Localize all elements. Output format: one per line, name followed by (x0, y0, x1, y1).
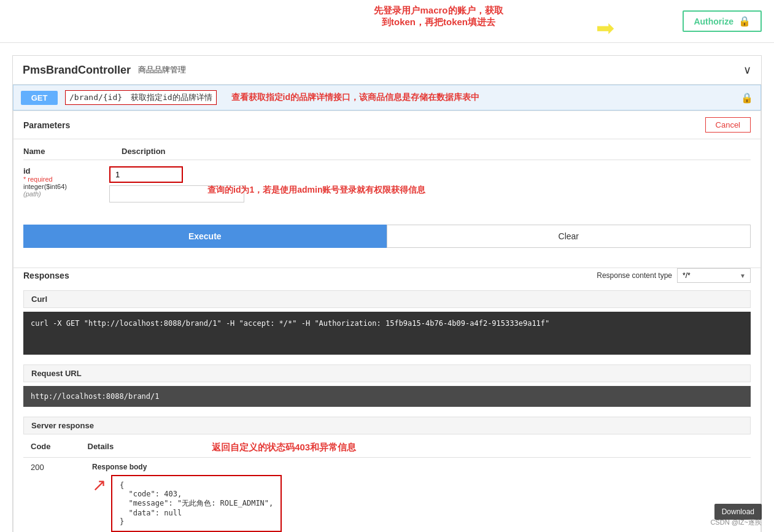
content-type-label: Response content type (597, 271, 672, 280)
parameters-section: Parameters Cancel Name Description id * … (13, 110, 761, 532)
param-id-row: id * required integer($int64) (path) 查询的… (23, 166, 751, 202)
main-content: PmsBrandController 商品品牌管理 ∨ GET /brand/{… (0, 43, 774, 532)
response-code: 200 (31, 463, 55, 472)
top-bar: 先登录用户macro的账户，获取 到token，再把token填进去 ➡ Aut… (0, 0, 774, 43)
parameters-header: Parameters Cancel (14, 111, 760, 139)
server-response-label: Server response (23, 417, 751, 434)
content-type-select[interactable]: */* (677, 268, 751, 283)
chevron-down-icon[interactable]: ∨ (743, 63, 751, 77)
response-body-label: Response body (92, 463, 282, 471)
cancel-button[interactable]: Cancel (705, 117, 751, 133)
param-id-info: id * required integer($int64) (path) (23, 166, 97, 198)
response-table-header: Code Details 返回自定义的状态码403和异常信息 (23, 438, 751, 458)
method-badge: GET (21, 91, 58, 105)
clear-button[interactable]: Clear (387, 225, 751, 248)
response-row: 200 Response body ↗ { "code": 403, "mess… (23, 458, 751, 532)
responses-title: Responses (23, 271, 69, 280)
col-name-header: Name (23, 147, 97, 156)
curl-value: curl -X GET "http://localhost:8088/brand… (23, 312, 751, 355)
action-buttons: Execute Clear (14, 225, 760, 258)
endpoint-description: 查看获取指定id的品牌详情接口，该商品信息是存储在数据库表中 (231, 92, 479, 103)
server-response-section: Server response Code Details 返回自定义的状态码40… (23, 417, 751, 532)
controller-title: PmsBrandController (23, 64, 131, 77)
param-query-annotation: 查询的id为1，若是使用admin账号登录就有权限获得信息 (207, 185, 425, 196)
curl-label: Curl (23, 290, 751, 308)
request-url-value: http://localhost:8088/brand/1 (23, 386, 751, 407)
controller-header: PmsBrandController 商品品牌管理 ∨ (13, 56, 761, 85)
response-annotation: 返回自定义的状态码403和异常信息 (212, 442, 356, 453)
responses-header: Responses Response content type */* (23, 268, 751, 283)
param-id-required: * required (23, 175, 97, 183)
col-desc-header: Description (122, 147, 166, 156)
param-id-input[interactable] (109, 166, 183, 183)
content-type-wrapper: Response content type */* (597, 268, 751, 283)
execute-button[interactable]: Execute (23, 225, 387, 248)
request-url-label: Request URL (23, 364, 751, 382)
param-id-location: (path) (23, 190, 97, 198)
controller-section: PmsBrandController 商品品牌管理 ∨ GET /brand/{… (12, 55, 762, 532)
param-id-name: id (23, 166, 97, 175)
responses-section: Responses Response content type */* Curl… (14, 268, 760, 532)
response-body-code: { "code": 403, "message": "无此角色: ROLE_AD… (111, 475, 282, 532)
authorize-label: Authorize (694, 17, 733, 26)
controller-subtitle: 商品品牌管理 (138, 64, 186, 75)
params-table: Name Description id * required integer($… (14, 139, 760, 215)
response-arrow-icon: ↗ (92, 475, 106, 495)
endpoint-row[interactable]: GET /brand/{id} 获取指定id的品牌详情 查看获取指定id的品牌详… (13, 85, 761, 110)
endpoint-lock-icon: 🔒 (741, 92, 753, 104)
authorize-button[interactable]: Authorize 🔒 (683, 10, 762, 32)
param-id-type: integer($int64) (23, 183, 97, 190)
lock-icon: 🔒 (738, 15, 751, 27)
response-details: Response body ↗ { "code": 403, "message"… (92, 463, 282, 532)
parameters-title: Parameters (23, 120, 70, 130)
params-columns: Name Description (23, 147, 751, 160)
details-col-header: Details (88, 442, 114, 453)
code-col-header: Code (31, 442, 51, 453)
arrow-icon: ➡ (596, 17, 614, 39)
endpoint-path: /brand/{id} 获取指定id的品牌详情 (65, 90, 217, 105)
login-annotation: 先登录用户macro的账户，获取 到token，再把token填进去 (374, 5, 503, 28)
content-type-select-wrapper: */* (677, 268, 751, 283)
watermark: CSDN @IZ~逐疾 (710, 518, 762, 527)
request-url-section: Request URL http://localhost:8088/brand/… (23, 364, 751, 407)
curl-section: Curl curl -X GET "http://localhost:8088/… (23, 290, 751, 355)
